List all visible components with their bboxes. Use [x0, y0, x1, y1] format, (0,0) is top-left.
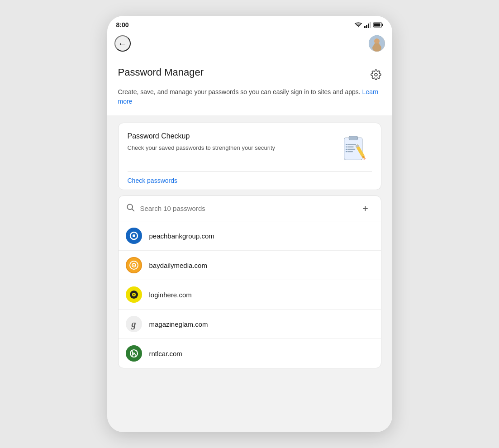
search-bar[interactable]: +: [119, 196, 381, 221]
list-item[interactable]: loginhere.com: [119, 280, 381, 310]
site-icon-bay: [126, 257, 142, 273]
svg-rect-6: [382, 24, 383, 26]
back-arrow-icon: ←: [118, 38, 127, 49]
svg-rect-13: [349, 136, 357, 140]
site-name: magazineglam.com: [149, 320, 208, 328]
search-icon: [126, 203, 135, 214]
site-name: baydailymedia.com: [149, 262, 207, 269]
page-description: Create, save, and manage your passwords …: [118, 87, 381, 106]
settings-button[interactable]: [371, 69, 381, 80]
list-item[interactable]: peachbankgroup.com: [119, 221, 381, 251]
add-password-button[interactable]: +: [357, 200, 374, 217]
page-title: Password Manager: [118, 67, 204, 78]
svg-line-27: [132, 209, 134, 211]
site-icon-peach: [126, 228, 142, 244]
svg-rect-15: [347, 147, 353, 148]
title-section: Password Manager Create, save, and manag…: [107, 56, 392, 115]
svg-point-35: [133, 294, 134, 295]
svg-rect-18: [346, 144, 347, 145]
svg-rect-11: [374, 43, 380, 48]
checkup-card-top: Password Checkup Check your saved passwo…: [119, 123, 381, 171]
svg-rect-2: [368, 24, 369, 28]
svg-rect-20: [346, 149, 347, 150]
check-passwords-button[interactable]: Check passwords: [119, 172, 187, 190]
phone-frame: 8:00 ←: [107, 16, 392, 432]
list-item[interactable]: g magazineglam.com: [119, 310, 381, 339]
svg-rect-19: [346, 147, 347, 148]
checkup-text: Password Checkup Check your saved passwo…: [128, 132, 333, 152]
checkup-illustration: [340, 132, 372, 164]
gear-icon: [371, 69, 381, 80]
svg-rect-5: [374, 24, 380, 27]
site-icon-rntl: [126, 345, 142, 362]
list-item[interactable]: baydailymedia.com: [119, 251, 381, 280]
main-content: Password Manager Create, save, and manag…: [107, 56, 392, 432]
svg-rect-17: [347, 151, 352, 152]
svg-point-32: [133, 265, 134, 266]
search-input[interactable]: [140, 205, 357, 212]
status-icons: [354, 22, 383, 28]
nav-bar: ←: [107, 32, 392, 56]
signal-icon: [364, 22, 371, 28]
svg-rect-21: [346, 151, 347, 152]
site-icon-mag: g: [126, 316, 142, 332]
battery-icon: [373, 22, 383, 28]
back-button[interactable]: ←: [114, 35, 131, 52]
avatar-image: [369, 35, 385, 52]
avatar[interactable]: [369, 35, 385, 52]
svg-rect-3: [370, 22, 371, 28]
svg-rect-16: [347, 149, 355, 150]
status-bar: 8:00: [107, 16, 392, 32]
svg-rect-14: [347, 144, 356, 145]
list-item[interactable]: rntlcar.com: [119, 339, 381, 368]
checkup-description: Check your saved passwords to strengthen…: [128, 144, 333, 152]
checkup-card: Password Checkup Check your saved passwo…: [118, 123, 381, 190]
status-time: 8:00: [116, 21, 129, 29]
checkup-title: Password Checkup: [128, 132, 333, 140]
svg-point-36: [130, 350, 138, 357]
clipboard-pencil-icon: [340, 132, 372, 164]
site-name: rntlcar.com: [149, 350, 182, 357]
site-name: loginhere.com: [149, 291, 192, 299]
passwords-section: + peachbankgroup.com: [118, 195, 381, 368]
svg-rect-1: [366, 25, 367, 28]
bottom-spacer: [107, 368, 392, 379]
wifi-icon: [354, 22, 362, 28]
site-name: peachbankgroup.com: [149, 232, 214, 240]
svg-point-10: [374, 38, 380, 44]
site-icon-login: [126, 286, 142, 303]
svg-point-29: [133, 234, 135, 237]
svg-rect-0: [364, 26, 366, 28]
